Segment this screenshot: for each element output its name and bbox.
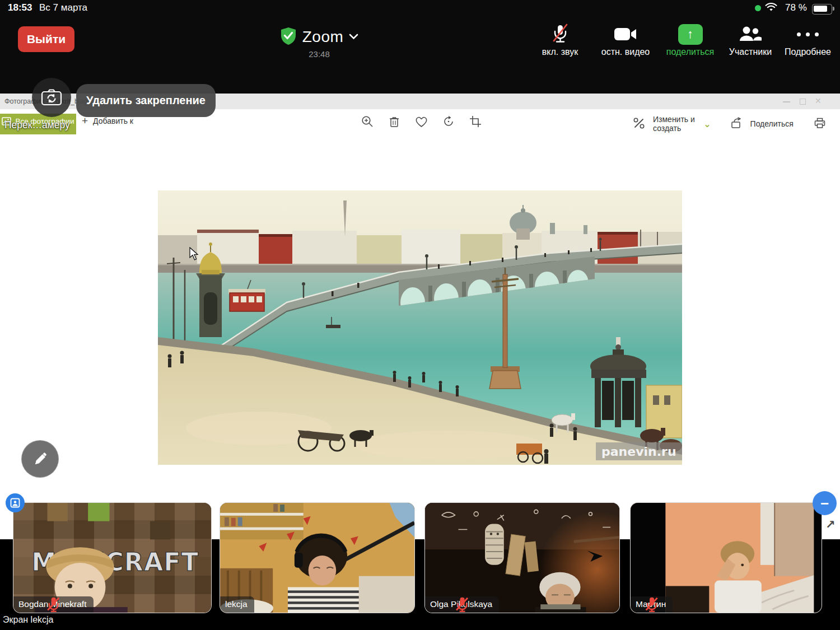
recording-dot-icon	[755, 5, 761, 11]
participant-name-pill: Bogdan Minekraft	[13, 596, 94, 613]
ellipsis-icon	[797, 22, 819, 46]
meeting-title[interactable]: Zoom	[263, 26, 375, 48]
gallery-view-button[interactable]	[6, 493, 25, 512]
battery-icon	[812, 4, 832, 15]
mouse-cursor	[189, 247, 199, 263]
pencil-icon	[32, 451, 49, 468]
mic-muted-icon	[631, 596, 673, 613]
crop-button[interactable]	[469, 115, 482, 128]
mic-muted-icon	[13, 596, 94, 613]
window-close-button[interactable]: ✕	[815, 96, 822, 105]
screen-share-label: Экран lekcja	[3, 615, 53, 625]
app-name: Zoom	[302, 28, 344, 46]
add-to-button[interactable]: + Добавить к	[82, 116, 133, 125]
stop-video-button[interactable]: остн. видео	[592, 22, 659, 59]
participant-name-pill: Мартин	[631, 596, 673, 613]
edit-chevron-icon[interactable]: ⌄	[703, 119, 711, 129]
participant-name-pill: lekcja	[220, 596, 254, 613]
participant-name-pill: Olga Pikulskaya	[425, 596, 499, 613]
share-button[interactable]: Поделиться	[750, 119, 794, 128]
share-screen-button[interactable]: ↑ поделиться	[661, 22, 720, 59]
remove-pin-tooltip[interactable]: Удалить закрепление	[76, 84, 216, 117]
switch-camera-button[interactable]	[32, 78, 71, 117]
edit-create-button[interactable]: Изменить и создать	[653, 115, 696, 133]
more-button[interactable]: Подробнее	[778, 22, 837, 59]
window-restore-button[interactable]	[800, 99, 806, 105]
favorite-button[interactable]	[414, 115, 428, 128]
security-shield-icon	[280, 27, 297, 48]
share-up-arrow-icon: ↑	[678, 24, 703, 45]
participant-tile-bogdan[interactable]: MINECRAFT Bogdan Minekraft	[13, 502, 212, 613]
expand-arrow-icon[interactable]: ↗	[825, 518, 836, 531]
status-time: 18:53	[8, 2, 32, 13]
mic-muted-icon	[550, 22, 570, 46]
window-minimize-button[interactable]	[783, 101, 790, 102]
battery-percent: 78 %	[785, 2, 807, 13]
shared-screen-photos-app: Фотографии — otkrit_blago ✕ Все фотограф…	[0, 94, 840, 539]
meeting-timer: 23:48	[263, 49, 375, 59]
unmute-button[interactable]: вкл. звук	[529, 22, 591, 59]
zoom-in-button[interactable]	[361, 115, 374, 128]
edit-create-icon	[633, 117, 645, 131]
participant-tile-martin[interactable]: Мартин	[630, 502, 822, 613]
participants-button[interactable]: Участники	[720, 22, 781, 59]
mic-muted-icon	[425, 596, 499, 613]
photo-watermark: panevin.ru	[601, 445, 676, 459]
rotate-button[interactable]	[442, 115, 455, 128]
photo-blagoveshchensky-bridge: panevin.ru	[158, 190, 682, 465]
plus-icon: +	[82, 117, 88, 125]
leave-button[interactable]: Выйти	[18, 26, 74, 52]
switch-camera-label: Перек…амеру	[4, 119, 70, 131]
chevron-down-icon	[349, 32, 358, 42]
wifi-icon	[765, 3, 777, 15]
status-bar: 18:53 Вс 7 марта 78 %	[0, 0, 840, 17]
participant-tile-olga[interactable]: Olga Pikulskaya	[424, 502, 620, 613]
camera-rotate-icon	[41, 89, 62, 106]
person-frame-icon	[10, 498, 20, 508]
participants-icon	[739, 22, 762, 46]
share-icon	[730, 117, 743, 131]
delete-button[interactable]	[388, 115, 401, 128]
status-date: Вс 7 марта	[39, 2, 87, 13]
print-button[interactable]	[814, 117, 826, 130]
video-camera-icon	[614, 22, 637, 46]
participant-tile-lekcja[interactable]: lekcja	[220, 502, 415, 613]
minimize-videos-button[interactable]: −	[813, 491, 837, 515]
annotate-button[interactable]	[21, 440, 59, 478]
